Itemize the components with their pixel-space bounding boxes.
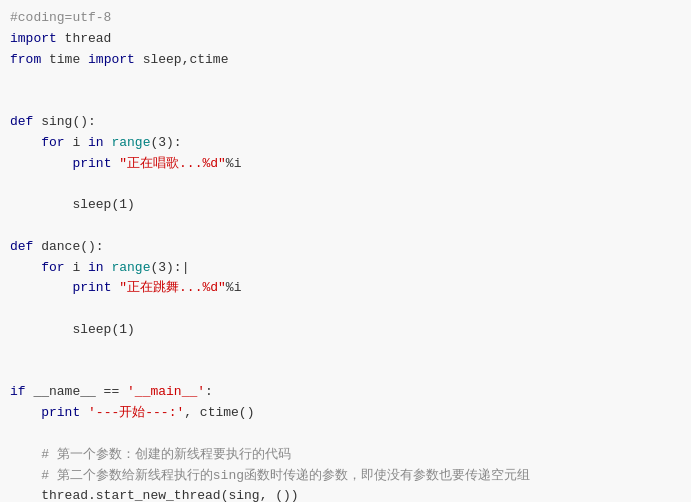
cursor: | — [182, 260, 190, 275]
keyword-in: in — [88, 135, 104, 150]
code-line: print "正在唱歌...%d"%i — [10, 154, 681, 175]
blank-line — [10, 216, 681, 237]
code-line: if __name__ == '__main__': — [10, 382, 681, 403]
keyword-if: if — [10, 384, 26, 399]
keyword-in2: in — [88, 260, 104, 275]
blank-line — [10, 341, 681, 362]
blank-line — [10, 299, 681, 320]
code-text: (3): — [150, 260, 181, 275]
code-text: sleep(1) — [10, 197, 135, 212]
code-text: (3): — [150, 135, 181, 150]
code-line: for i in range(3):| — [10, 258, 681, 279]
code-line: sleep(1) — [10, 320, 681, 341]
code-line: from time import sleep,ctime — [10, 50, 681, 71]
code-text — [10, 280, 72, 295]
string-main: '__main__' — [127, 384, 205, 399]
string-start: '---开始---:' — [88, 405, 184, 420]
code-text: dance(): — [33, 239, 103, 254]
code-text: , ctime() — [184, 405, 254, 420]
blank-line — [10, 362, 681, 383]
keyword-print3: print — [41, 405, 80, 420]
code-line: #coding=utf-8 — [10, 8, 681, 29]
code-text: %i — [226, 156, 242, 171]
code-text: thread — [57, 31, 112, 46]
code-text — [10, 260, 41, 275]
keyword-from: from — [10, 52, 41, 67]
blank-line — [10, 91, 681, 112]
code-text: sleep(1) — [10, 322, 135, 337]
keyword-def: def — [10, 114, 33, 129]
code-text — [10, 156, 72, 171]
code-text — [10, 405, 41, 420]
code-line: # 第一个参数：创建的新线程要执行的代码 — [10, 445, 681, 466]
code-editor: #coding=utf-8 import thread from time im… — [0, 0, 691, 502]
comment-text: #coding=utf-8 — [10, 10, 111, 25]
keyword-import: import — [10, 31, 57, 46]
builtin-range2: range — [111, 260, 150, 275]
string-chinese2: "正在跳舞...%d" — [119, 280, 226, 295]
keyword-for: for — [41, 135, 64, 150]
code-text — [10, 135, 41, 150]
code-text: i — [65, 135, 88, 150]
code-text: time — [41, 52, 88, 67]
keyword-import2: import — [88, 52, 135, 67]
code-text: thread.start_new_thread(sing, ()) — [10, 488, 299, 502]
code-line: print '---开始---:', ctime() — [10, 403, 681, 424]
blank-line — [10, 424, 681, 445]
code-line: # 第二个参数给新线程执行的sing函数时传递的参数，即使没有参数也要传递空元组 — [10, 466, 681, 487]
code-text — [80, 405, 88, 420]
blank-line — [10, 174, 681, 195]
blank-line — [10, 70, 681, 91]
code-text: sleep,ctime — [135, 52, 229, 67]
keyword-for2: for — [41, 260, 64, 275]
code-text: __name__ == — [26, 384, 127, 399]
keyword-print: print — [72, 156, 111, 171]
code-text — [10, 468, 41, 483]
code-line: sleep(1) — [10, 195, 681, 216]
comment-line1: # 第一个参数：创建的新线程要执行的代码 — [41, 447, 291, 462]
keyword-def2: def — [10, 239, 33, 254]
code-line: import thread — [10, 29, 681, 50]
string-chinese: "正在唱歌...%d" — [119, 156, 226, 171]
code-text: i — [65, 260, 88, 275]
code-text: : — [205, 384, 213, 399]
code-line: def dance(): — [10, 237, 681, 258]
code-text: %i — [226, 280, 242, 295]
code-line: print "正在跳舞...%d"%i — [10, 278, 681, 299]
keyword-print2: print — [72, 280, 111, 295]
code-line: def sing(): — [10, 112, 681, 133]
code-text — [10, 447, 41, 462]
code-line: thread.start_new_thread(sing, ()) — [10, 486, 681, 502]
code-text: sing(): — [33, 114, 95, 129]
comment-line2: # 第二个参数给新线程执行的sing函数时传递的参数，即使没有参数也要传递空元组 — [41, 468, 530, 483]
code-line: for i in range(3): — [10, 133, 681, 154]
builtin-range: range — [111, 135, 150, 150]
